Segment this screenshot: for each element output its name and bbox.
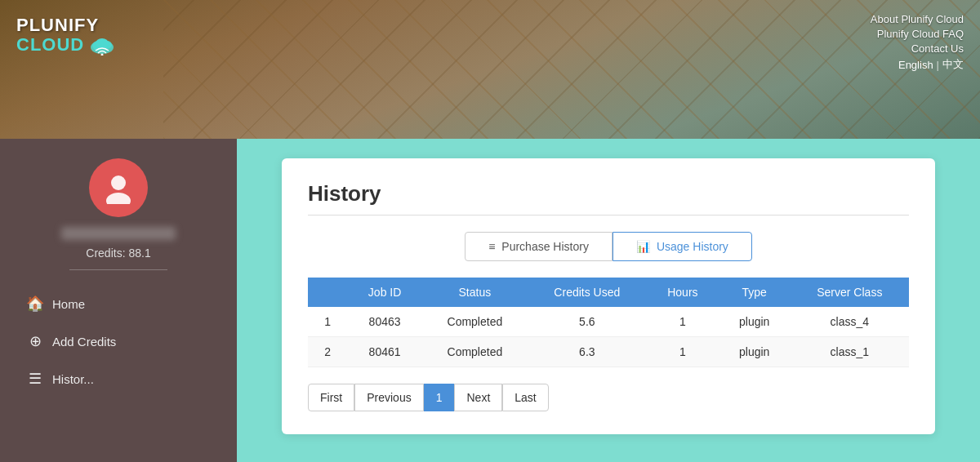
language-selector: English | 中文	[898, 57, 964, 72]
tab-row: ≡ Purchase History 📊 Usage History	[308, 232, 909, 261]
sidebar-item-history-label: Histor...	[52, 372, 94, 386]
logo-cloud-text: CLOUD	[16, 36, 84, 54]
cloud-icon	[87, 34, 117, 56]
cell-row-num: 1	[308, 307, 347, 337]
pagination: FirstPrevious1NextLast	[308, 384, 909, 411]
add-credits-icon: ⊕	[26, 332, 44, 350]
cell-job-id: 80461	[347, 337, 422, 367]
usage-table: Job ID Status Credits Used Hours Type Se…	[308, 278, 909, 367]
cell-status: Completed	[422, 337, 528, 367]
page-title: History	[308, 181, 909, 207]
col-credits-used: Credits Used	[528, 278, 647, 307]
header-nav: About Plunify Cloud Plunify Cloud FAQ Co…	[871, 13, 964, 72]
sidebar-item-home-label: Home	[52, 297, 85, 311]
title-divider	[308, 215, 909, 215]
col-num	[308, 278, 347, 307]
pagination-btn-next[interactable]: Next	[454, 384, 502, 411]
sidebar-item-history[interactable]: ☰ Histor...	[13, 362, 224, 396]
cell-job-id: 80463	[347, 307, 422, 337]
hero-banner: PLUNIFY CLOUD About Plunify Cloud Plunif…	[0, 0, 980, 139]
pagination-btn-1[interactable]: 1	[424, 384, 455, 411]
col-server-class: Server Class	[791, 278, 909, 307]
sidebar-navigation: 🏠 Home ⊕ Add Credits ☰ Histor...	[13, 287, 224, 396]
purchase-tab-label: Purchase History	[501, 240, 589, 253]
sidebar: Credits: 88.1 🏠 Home ⊕ Add Credits ☰ His…	[0, 139, 237, 462]
content-area: History ≡ Purchase History 📊 Usage Histo…	[237, 139, 980, 462]
hero-floor-pattern	[163, 0, 980, 139]
cell-type: plugin	[719, 337, 791, 367]
logo-plunify-text: PLUNIFY	[16, 16, 99, 34]
lang-chinese[interactable]: 中文	[942, 57, 964, 72]
table-header-row: Job ID Status Credits Used Hours Type Se…	[308, 278, 909, 307]
sidebar-item-add-credits[interactable]: ⊕ Add Credits	[13, 324, 224, 358]
cell-status: Completed	[422, 307, 528, 337]
lang-separator: |	[937, 59, 939, 71]
usage-tab-label: Usage History	[657, 240, 728, 253]
col-hours: Hours	[647, 278, 719, 307]
cell-server-class: class_4	[791, 307, 909, 337]
svg-point-3	[96, 38, 109, 48]
cell-server-class: class_1	[791, 337, 909, 367]
history-icon: ☰	[26, 370, 44, 388]
svg-point-6	[106, 193, 131, 204]
username-display	[61, 227, 176, 240]
person-icon	[102, 171, 135, 204]
pagination-btn-first[interactable]: First	[308, 384, 354, 411]
tab-purchase-history[interactable]: ≡ Purchase History	[465, 232, 612, 261]
cell-type: plugin	[719, 307, 791, 337]
credits-display: Credits: 88.1	[86, 247, 150, 260]
col-job-id: Job ID	[347, 278, 422, 307]
sidebar-item-add-credits-label: Add Credits	[52, 335, 116, 349]
table-row: 2 80461 Completed 6.3 1 plugin class_1	[308, 337, 909, 367]
sidebar-divider	[69, 269, 167, 270]
avatar	[89, 158, 148, 217]
cell-hours: 1	[647, 307, 719, 337]
col-type: Type	[719, 278, 791, 307]
nav-about[interactable]: About Plunify Cloud	[871, 13, 964, 25]
nav-contact[interactable]: Contact Us	[911, 42, 964, 55]
site-logo: PLUNIFY CLOUD	[16, 16, 117, 56]
pagination-btn-last[interactable]: Last	[502, 384, 548, 411]
cell-hours: 1	[647, 337, 719, 367]
nav-faq[interactable]: Plunify Cloud FAQ	[877, 28, 964, 40]
table-row: 1 80463 Completed 5.6 1 plugin class_4	[308, 307, 909, 337]
cell-credits-used: 6.3	[528, 337, 647, 367]
cell-row-num: 2	[308, 337, 347, 367]
home-icon: 🏠	[26, 295, 44, 313]
lang-english[interactable]: English	[898, 59, 933, 71]
cell-credits-used: 5.6	[528, 307, 647, 337]
sidebar-item-home[interactable]: 🏠 Home	[13, 287, 224, 321]
svg-point-5	[111, 175, 126, 190]
purchase-tab-icon: ≡	[488, 240, 495, 253]
usage-tab-icon: 📊	[636, 240, 650, 253]
tab-usage-history[interactable]: 📊 Usage History	[612, 232, 752, 261]
col-status: Status	[422, 278, 528, 307]
main-layout: Credits: 88.1 🏠 Home ⊕ Add Credits ☰ His…	[0, 139, 980, 462]
pagination-btn-previous[interactable]: Previous	[354, 384, 423, 411]
history-card: History ≡ Purchase History 📊 Usage Histo…	[282, 158, 935, 434]
